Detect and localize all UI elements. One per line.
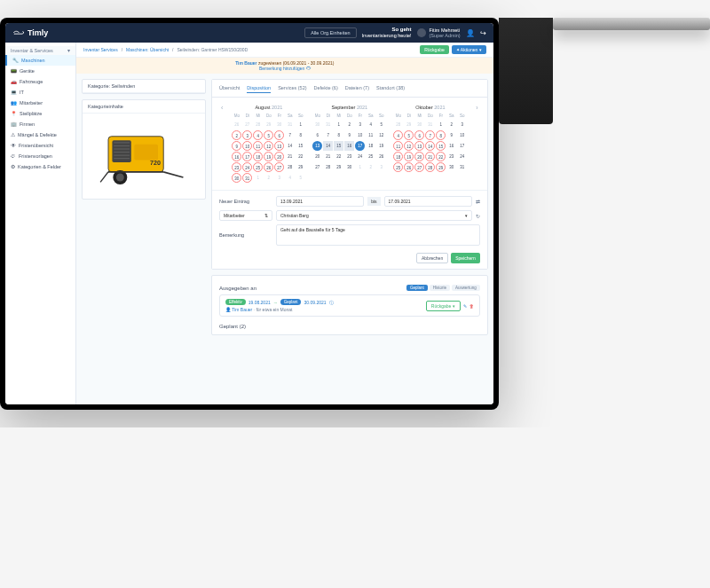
pill-planned[interactable]: Geplant <box>406 285 428 291</box>
cal-day[interactable]: 29 <box>334 162 343 172</box>
cal-day[interactable]: 23 <box>446 152 456 161</box>
sidebar-item-kategorienfelder[interactable]: ⚙Kategorien & Felder <box>5 161 75 172</box>
cal-day[interactable]: 28 <box>323 162 333 172</box>
sidebar-item-stellpltze[interactable]: 📍Stellplätze <box>5 108 75 119</box>
cal-day[interactable]: 18 <box>393 152 403 161</box>
cal-day[interactable]: 16 <box>344 141 354 151</box>
cal-day[interactable]: 30 <box>232 173 241 183</box>
cal-day[interactable]: 2 <box>232 130 241 140</box>
cal-day[interactable]: 14 <box>323 141 333 151</box>
cal-day[interactable]: 3 <box>242 130 252 140</box>
sidebar-item-fahrzeuge[interactable]: 🚗Fahrzeuge <box>5 76 75 87</box>
cal-day[interactable]: 10 <box>457 130 467 140</box>
cal-day[interactable]: 2 <box>446 120 456 129</box>
cal-day[interactable]: 7 <box>425 130 435 140</box>
pill-history[interactable]: Historie <box>430 285 450 291</box>
cal-day[interactable]: 4 <box>366 120 375 129</box>
cal-day[interactable]: 15 <box>296 141 305 151</box>
info-icon[interactable]: ⓘ <box>329 300 334 305</box>
sidebar-item-it[interactable]: 💻IT <box>5 87 75 98</box>
cal-day[interactable]: 24 <box>457 152 467 161</box>
cal-day[interactable]: 22 <box>296 152 305 161</box>
cal-day[interactable]: 17 <box>355 141 365 151</box>
tab-bersicht[interactable]: Übersicht <box>219 83 240 93</box>
cal-day[interactable]: 1 <box>334 120 343 129</box>
cal-day[interactable]: 14 <box>285 141 295 151</box>
cal-day[interactable]: 27 <box>414 162 424 172</box>
cal-day[interactable]: 25 <box>366 152 375 161</box>
cal-day[interactable]: 23 <box>344 152 354 161</box>
logout-icon[interactable]: ↪ <box>480 29 486 37</box>
cal-day[interactable]: 24 <box>242 162 252 172</box>
cal-day[interactable]: 30 <box>446 162 456 172</box>
crumb-1[interactable]: Inventar Services <box>83 47 118 52</box>
cal-day[interactable]: 13 <box>414 141 424 151</box>
cal-day[interactable]: 21 <box>425 152 435 161</box>
sidebar-item-fristenvorlagen[interactable]: ⏱Fristenvorlagen <box>5 151 75 161</box>
return-button[interactable]: Rückgabe <box>420 45 449 54</box>
sidebar-item-mitarbeiter[interactable]: 👥Mitarbeiter <box>5 98 75 108</box>
sidebar-item-fristenbersicht[interactable]: 👁Fristenübersicht <box>5 140 75 151</box>
actions-button[interactable]: ✦ Aktionen ▾ <box>452 45 486 54</box>
sidebar-item-firmen[interactable]: 🏢Firmen <box>5 119 75 129</box>
cal-day[interactable]: 27 <box>312 162 322 172</box>
cal-day[interactable]: 1 <box>436 120 446 129</box>
cal-day[interactable]: 29 <box>436 162 446 172</box>
cal-day[interactable]: 13 <box>312 141 322 151</box>
cal-day[interactable]: 12 <box>376 130 386 140</box>
cal-day[interactable]: 22 <box>334 152 343 161</box>
org-units-button[interactable]: Alle Org.Einheiten <box>304 27 356 38</box>
cal-day[interactable]: 21 <box>323 152 333 161</box>
cal-day[interactable]: 19 <box>376 141 386 151</box>
category-contents[interactable]: Kategorieinhalte <box>83 100 205 114</box>
tab-standort[interactable]: Standort (38) <box>376 83 405 93</box>
cal-day[interactable]: 30 <box>344 162 354 172</box>
cal-day[interactable]: 11 <box>253 141 263 151</box>
cal-day[interactable]: 19 <box>404 152 414 161</box>
cal-day[interactable]: 28 <box>285 162 295 172</box>
assigned-person[interactable]: Tim Bauer <box>232 307 252 312</box>
cal-day[interactable]: 22 <box>436 152 446 161</box>
tab-disposition[interactable]: Disposition <box>247 83 271 93</box>
cal-day[interactable]: 5 <box>376 120 386 129</box>
cal-day[interactable]: 7 <box>285 130 295 140</box>
row-return-button[interactable]: Rückgabe ▾ <box>426 301 461 311</box>
user-menu[interactable]: Fitim Mehmeti (Super Admin) <box>417 27 461 38</box>
next-month-icon[interactable]: › <box>474 105 479 111</box>
sync-icon[interactable]: ⇄ <box>476 199 480 205</box>
cal-day[interactable]: 29 <box>296 162 305 172</box>
cal-day[interactable]: 14 <box>425 141 435 151</box>
cal-day[interactable]: 20 <box>312 152 322 161</box>
cal-day[interactable]: 5 <box>404 130 414 140</box>
edit-icon[interactable]: ✎ <box>463 303 467 309</box>
prev-month-icon[interactable]: ‹ <box>219 105 225 111</box>
cal-day[interactable]: 18 <box>253 152 263 161</box>
cal-day[interactable]: 8 <box>296 130 305 140</box>
cal-day[interactable]: 20 <box>414 152 424 161</box>
person-select[interactable]: Christian Berg▾ <box>276 210 472 221</box>
cal-day[interactable]: 13 <box>274 141 284 151</box>
cal-day[interactable]: 25 <box>253 162 263 172</box>
cal-day[interactable]: 11 <box>366 130 375 140</box>
cal-day[interactable]: 26 <box>264 162 273 172</box>
cal-day[interactable]: 2 <box>344 120 354 129</box>
cal-day[interactable]: 8 <box>334 130 343 140</box>
cal-day[interactable]: 9 <box>344 130 354 140</box>
cal-day[interactable]: 17 <box>457 141 467 151</box>
cal-day[interactable]: 26 <box>376 152 386 161</box>
logo[interactable]: Timly <box>12 28 48 37</box>
cal-day[interactable]: 3 <box>457 120 467 129</box>
cal-day[interactable]: 27 <box>274 162 284 172</box>
cancel-button[interactable]: Abbrechen <box>416 253 448 263</box>
cal-day[interactable]: 6 <box>414 130 424 140</box>
cal-day[interactable]: 16 <box>232 152 241 161</box>
type-select[interactable]: Mitarbeiter⇅ <box>219 210 272 221</box>
cal-day[interactable]: 10 <box>355 130 365 140</box>
user-icon[interactable]: 👤 <box>466 29 475 37</box>
cal-day[interactable]: 6 <box>274 130 284 140</box>
cal-day[interactable]: 1 <box>296 120 305 129</box>
sidebar-item-gerte[interactable]: 📟Geräte <box>5 66 75 76</box>
date-from-input[interactable]: 13.09.2021 <box>276 196 364 207</box>
cal-day[interactable]: 20 <box>274 152 284 161</box>
delete-icon[interactable]: 🗑 <box>469 303 474 309</box>
